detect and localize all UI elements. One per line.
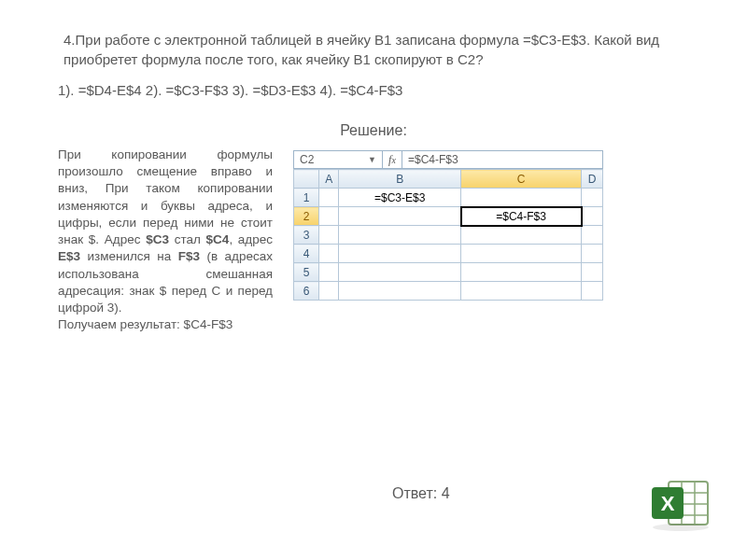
solution-heading: Решение: xyxy=(0,100,747,147)
spreadsheet-grid: A B C D 1 =$С3-E$3 2 =$C4-F$3 3 xyxy=(293,169,603,301)
cell-b4[interactable] xyxy=(339,245,461,263)
cell-c2[interactable]: =$C4-F$3 xyxy=(461,207,582,226)
name-box[interactable]: C2 ▼ xyxy=(294,151,383,168)
answer-options: 1). =$D4-E$4 2). =$C3-F$3 3). =$D3-E$3 4… xyxy=(0,69,747,100)
row-header-6[interactable]: 6 xyxy=(294,282,319,301)
row-header-1[interactable]: 1 xyxy=(294,189,319,207)
cell-a3[interactable] xyxy=(319,226,339,245)
formula-value[interactable]: =$C4-F$3 xyxy=(402,151,602,168)
col-header-c[interactable]: C xyxy=(461,170,582,189)
cell-b5[interactable] xyxy=(339,263,461,282)
col-header-b[interactable]: B xyxy=(339,170,461,189)
cell-c1[interactable] xyxy=(461,189,582,207)
cell-c4[interactable] xyxy=(461,245,582,263)
cell-c5[interactable] xyxy=(461,263,582,282)
cell-d4[interactable] xyxy=(582,245,603,263)
cell-d5[interactable] xyxy=(582,263,603,282)
fx-icon[interactable]: fx xyxy=(383,151,402,168)
cell-a5[interactable] xyxy=(319,263,339,282)
explanation-text: При копировании формулы произошло смещен… xyxy=(58,147,273,333)
formula-bar: C2 ▼ fx =$C4-F$3 xyxy=(293,150,603,169)
cell-b1[interactable]: =$С3-E$3 xyxy=(339,189,461,207)
final-answer: Ответ: 4 xyxy=(392,485,450,502)
svg-text:X: X xyxy=(661,492,675,515)
col-header-d[interactable]: D xyxy=(582,170,603,189)
row-header-3[interactable]: 3 xyxy=(294,226,319,245)
spreadsheet-fragment: C2 ▼ fx =$C4-F$3 A B C D 1 =$С3-E$3 xyxy=(293,147,736,333)
cell-a2[interactable] xyxy=(319,207,339,226)
cell-a1[interactable] xyxy=(319,189,339,207)
corner-cell[interactable] xyxy=(294,170,319,189)
cell-b6[interactable] xyxy=(339,282,461,301)
cell-a4[interactable] xyxy=(319,245,339,263)
cell-d6[interactable] xyxy=(582,282,603,301)
question-text: 4.При работе с электронной таблицей в яч… xyxy=(0,0,747,69)
dropdown-icon[interactable]: ▼ xyxy=(368,155,376,164)
svg-point-8 xyxy=(653,524,709,531)
cell-b3[interactable] xyxy=(339,226,461,245)
cell-d1[interactable] xyxy=(582,189,603,207)
col-header-a[interactable]: A xyxy=(319,170,339,189)
cell-a6[interactable] xyxy=(319,282,339,301)
row-header-4[interactable]: 4 xyxy=(294,245,319,263)
excel-icon: X xyxy=(648,476,713,532)
active-cell-ref: C2 xyxy=(300,153,314,166)
row-header-2[interactable]: 2 xyxy=(294,207,319,226)
cell-b2[interactable] xyxy=(339,207,461,226)
cell-d3[interactable] xyxy=(582,226,603,245)
cell-c6[interactable] xyxy=(461,282,582,301)
row-header-5[interactable]: 5 xyxy=(294,263,319,282)
cell-c3[interactable] xyxy=(461,226,582,245)
cell-d2[interactable] xyxy=(582,207,603,226)
